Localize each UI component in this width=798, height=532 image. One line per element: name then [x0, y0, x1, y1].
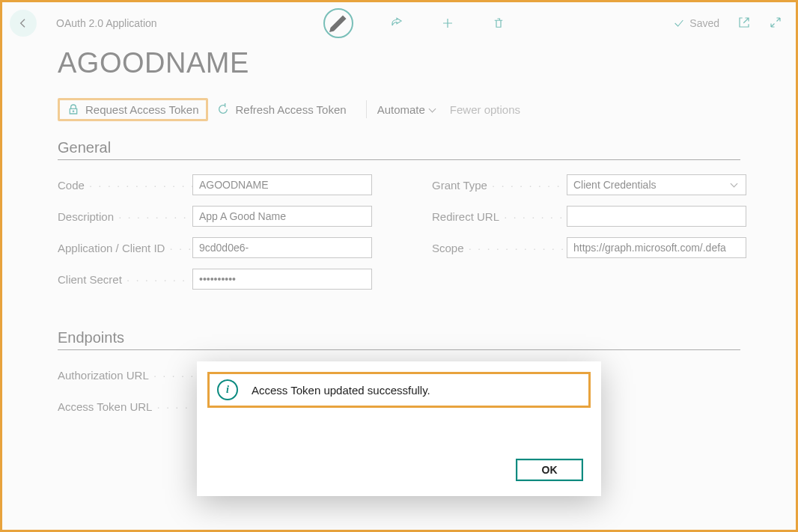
field-grant-type: Grant Type Client Credentials [432, 174, 746, 196]
add-button[interactable] [440, 16, 455, 31]
trash-icon [492, 16, 505, 30]
field-description: Description App A Good Name [58, 205, 372, 227]
description-input[interactable]: App A Good Name [192, 206, 372, 227]
auth-url-label: Authorization URL [58, 369, 192, 382]
info-dialog: i Access Token updated successfully. OK [197, 361, 601, 496]
general-col-right: Grant Type Client Credentials Redirect U… [432, 174, 746, 268]
edit-button[interactable] [323, 8, 353, 38]
refresh-token-label: Refresh Access Token [235, 103, 346, 116]
svg-point-0 [73, 111, 74, 112]
field-code: Code AGOODNAME [58, 174, 372, 196]
info-icon: i [217, 379, 238, 400]
granttype-select[interactable]: Client Credentials [567, 174, 746, 195]
description-label: Description [58, 210, 192, 223]
divider [366, 100, 367, 118]
code-label: Code [58, 179, 192, 192]
appclient-input[interactable]: 9cd0d0e6- [192, 237, 372, 258]
saved-indicator: Saved [673, 16, 782, 31]
share-button[interactable] [389, 16, 404, 31]
field-app-client-id: Application / Client ID 9cd0d0e6- [58, 236, 372, 259]
scope-label: Scope [432, 242, 567, 254]
ok-button[interactable]: OK [516, 459, 583, 481]
back-button[interactable] [10, 10, 37, 37]
toolbar [165, 8, 666, 38]
redirect-input[interactable] [567, 206, 746, 227]
breadcrumb: OAuth 2.0 Application [56, 17, 157, 29]
share-icon [390, 16, 403, 30]
token-url-label: Access Token URL [58, 400, 192, 413]
field-client-secret: Client Secret •••••••••• [58, 268, 372, 290]
back-arrow-icon [17, 17, 29, 29]
delete-button[interactable] [491, 16, 506, 31]
field-scope: Scope https://graph.microsoft.com/.defa [432, 236, 746, 259]
granttype-value: Client Credentials [573, 179, 657, 191]
check-icon [673, 17, 685, 29]
field-redirect-url: Redirect URL [432, 205, 746, 227]
chevron-down-icon [428, 105, 436, 112]
dialog-message: Access Token updated successfully. [252, 384, 430, 397]
refresh-icon [217, 103, 229, 115]
chevron-down-icon [731, 180, 738, 188]
granttype-label: Grant Type [432, 179, 567, 192]
expand-icon [769, 16, 782, 29]
action-bar: Request Access Token Refresh Access Toke… [2, 93, 796, 126]
plus-icon [441, 16, 454, 30]
secret-input[interactable]: •••••••••• [192, 269, 372, 290]
general-col-left: Code AGOODNAME Description App A Good Na… [58, 174, 372, 299]
fewer-options-button[interactable]: Fewer options [450, 103, 520, 116]
expand-button[interactable] [769, 16, 782, 31]
popout-icon [737, 16, 751, 29]
section-general: General Code AGOODNAME Description App A… [58, 139, 740, 299]
request-token-label: Request Access Token [85, 103, 198, 116]
automate-menu[interactable]: Automate [377, 103, 435, 116]
redirect-label: Redirect URL [432, 210, 567, 223]
page-title: AGOODNAME [58, 47, 796, 79]
automate-label: Automate [377, 103, 425, 116]
pencil-icon [325, 10, 352, 37]
appclient-label: Application / Client ID [58, 242, 192, 254]
scope-input[interactable]: https://graph.microsoft.com/.defa [567, 237, 746, 258]
code-input[interactable]: AGOODNAME [192, 174, 372, 195]
saved-label: Saved [689, 17, 719, 29]
app-frame: OAuth 2.0 Application Saved [0, 0, 798, 532]
secret-label: Client Secret [58, 273, 192, 286]
section-general-heading: General [58, 139, 740, 160]
refresh-access-token-button[interactable]: Refresh Access Token [208, 99, 355, 120]
dialog-message-row: i Access Token updated successfully. [207, 372, 591, 408]
topbar: OAuth 2.0 Application Saved [2, 2, 796, 44]
section-endpoints-heading: Endpoints [58, 329, 740, 350]
popout-button[interactable] [737, 16, 751, 31]
ok-label: OK [542, 464, 558, 476]
request-access-token-button[interactable]: Request Access Token [58, 98, 208, 121]
lock-key-icon [67, 103, 79, 115]
general-form: Code AGOODNAME Description App A Good Na… [58, 174, 740, 299]
fewer-options-label: Fewer options [450, 103, 520, 116]
